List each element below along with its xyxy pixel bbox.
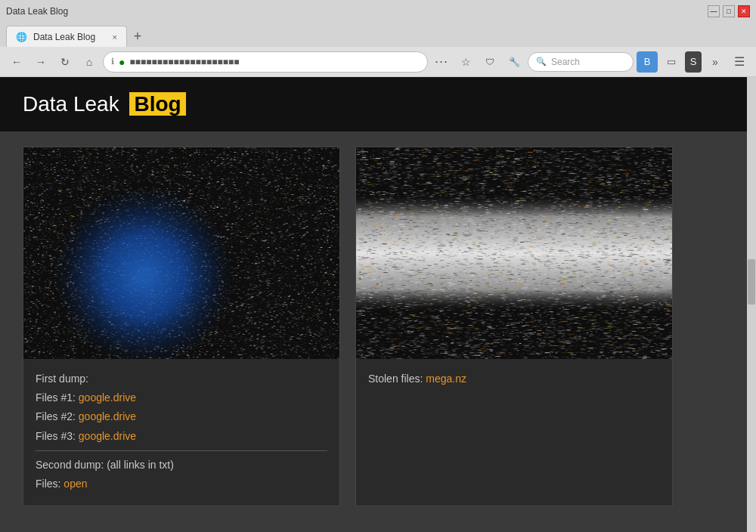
files-2-link[interactable]: google.drive [79, 410, 136, 422]
maximize-button[interactable]: □ [723, 5, 735, 17]
secure-dot: ● [119, 56, 125, 68]
new-tab-button[interactable]: + [127, 26, 148, 47]
site-title-text: Data Leak [23, 92, 119, 116]
site-title: Data Leak Blog [23, 92, 733, 116]
mega-link[interactable]: mega.nz [426, 373, 466, 385]
navigation-bar: ← → ↻ ⌂ ℹ ● ■■■■■■■■■■■■■■■■■■■■ ··· ☆ 🛡… [0, 47, 756, 77]
tab-title: Data Leak Blog [6, 6, 68, 17]
close-button[interactable]: ✕ [738, 5, 750, 17]
minimize-button[interactable]: — [708, 5, 720, 17]
extensions-button[interactable]: » [705, 51, 726, 73]
search-icon: 🔍 [536, 57, 547, 66]
main-content: First dump: Files #1: google.drive Files… [0, 131, 756, 521]
files-3-link[interactable]: google.drive [79, 430, 136, 442]
files-1-label: Files #1: [36, 391, 76, 404]
card-1-canvas [23, 147, 339, 359]
files-2-label: Files #2: [36, 410, 76, 422]
security-icon: ℹ [111, 57, 114, 66]
first-dump-label: First dump: [36, 370, 327, 388]
active-tab[interactable]: 🌐 Data Leak Blog × [6, 26, 127, 47]
stolen-files-row: Stolen files: mega.nz [368, 370, 660, 388]
files-open-label: Files: [36, 478, 60, 490]
files-2-row: Files #2: google.drive [36, 407, 327, 426]
card-2-image [356, 147, 672, 359]
window-controls: — □ ✕ [708, 5, 750, 17]
scrollbar-track[interactable] [747, 77, 756, 532]
browser-window: Data Leak Blog — □ ✕ 🌐 Data Leak Blog × … [0, 0, 756, 532]
tab-label: Data Leak Blog [33, 32, 95, 42]
card-divider [36, 450, 327, 451]
card-2: Stolen files: mega.nz [355, 147, 673, 506]
profile-button[interactable]: B [637, 51, 658, 73]
tab-bar: 🌐 Data Leak Blog × + [0, 23, 756, 47]
search-input[interactable]: Search [551, 57, 580, 67]
scrollbar-thumb[interactable] [748, 259, 755, 305]
extension-icon[interactable]: 🔧 [503, 51, 525, 73]
search-box[interactable]: 🔍 Search [528, 52, 634, 72]
files-1-link[interactable]: google.drive [79, 391, 136, 404]
site-title-highlight: Blog [129, 92, 185, 116]
card-1-image [23, 147, 339, 359]
shield-icon[interactable]: 🛡 [479, 51, 500, 73]
stolen-label: Stolen files: [368, 373, 423, 385]
card-1-body: First dump: Files #1: google.drive Files… [23, 359, 339, 506]
card-2-canvas [356, 147, 672, 359]
card-1: First dump: Files #1: google.drive Files… [23, 147, 340, 506]
files-3-row: Files #3: google.drive [36, 427, 327, 446]
more-button[interactable]: ··· [431, 51, 452, 73]
home-button[interactable]: ⌂ [79, 51, 100, 73]
address-bar[interactable]: ℹ ● ■■■■■■■■■■■■■■■■■■■■ [103, 51, 428, 73]
account-button[interactable]: S [685, 51, 702, 73]
address-text: ■■■■■■■■■■■■■■■■■■■■ [129, 57, 420, 67]
second-dump-label: Second dump: (all links in txt) [36, 456, 327, 475]
page-content: Data Leak Blog First dump: Files #1: goo… [0, 77, 756, 532]
site-header: Data Leak Blog [0, 77, 756, 131]
tab-close-button[interactable]: × [113, 32, 117, 42]
files-open-link[interactable]: open [64, 478, 87, 490]
bookmark-button[interactable]: ☆ [455, 51, 476, 73]
sidebar-button[interactable]: ▭ [661, 51, 682, 73]
menu-button[interactable]: ☰ [729, 51, 750, 73]
files-3-label: Files #3: [36, 430, 76, 442]
files-open-row: Files: open [36, 475, 327, 493]
files-1-row: Files #1: google.drive [36, 388, 327, 407]
title-bar: Data Leak Blog — □ ✕ [0, 0, 756, 23]
card-2-body: Stolen files: mega.nz [356, 359, 672, 401]
refresh-button[interactable]: ↻ [54, 51, 76, 73]
forward-button[interactable]: → [30, 51, 51, 73]
back-button[interactable]: ← [6, 51, 27, 73]
